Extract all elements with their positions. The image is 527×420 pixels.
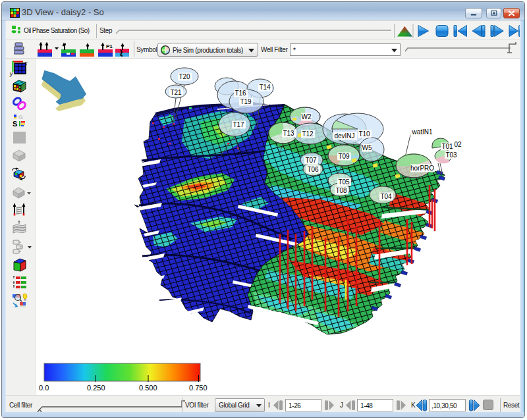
svg-text:G: G: [18, 114, 23, 120]
svg-text:P1: P1: [106, 43, 113, 49]
svg-text:W5: W5: [362, 144, 372, 151]
svg-text:0.500: 0.500: [139, 384, 157, 392]
svg-text:T13: T13: [283, 130, 294, 137]
svg-text:T20: T20: [179, 73, 190, 80]
svg-text:T01: T01: [441, 143, 453, 150]
svg-text:T05: T05: [338, 178, 350, 186]
svg-text:T03: T03: [445, 151, 457, 159]
svg-text:T17: T17: [233, 121, 244, 128]
svg-text:W2: W2: [302, 113, 312, 120]
svg-text:T06: T06: [307, 166, 319, 173]
svg-text:T09: T09: [338, 153, 350, 160]
svg-text:T16: T16: [235, 90, 246, 97]
svg-text:S: S: [13, 120, 17, 128]
svg-text:0.0: 0.0: [39, 384, 49, 392]
svg-text:T04: T04: [380, 193, 392, 200]
svg-text:0.750: 0.750: [189, 384, 208, 392]
svg-text:y: y: [9, 70, 13, 77]
svg-text:T21: T21: [170, 89, 182, 96]
svg-text:T19: T19: [240, 98, 252, 105]
svg-text:T12: T12: [302, 130, 314, 138]
svg-text:0.250: 0.250: [87, 384, 105, 392]
svg-text:horPRO: horPRO: [410, 165, 434, 172]
svg-text:devINJ: devINJ: [334, 132, 354, 140]
svg-text:02: 02: [454, 141, 462, 148]
svg-text:T08: T08: [335, 187, 347, 194]
svg-text:T14: T14: [259, 84, 271, 91]
svg-text:watIN1: watIN1: [411, 128, 433, 136]
svg-text:T07: T07: [305, 157, 317, 164]
svg-text:T10: T10: [358, 130, 370, 138]
